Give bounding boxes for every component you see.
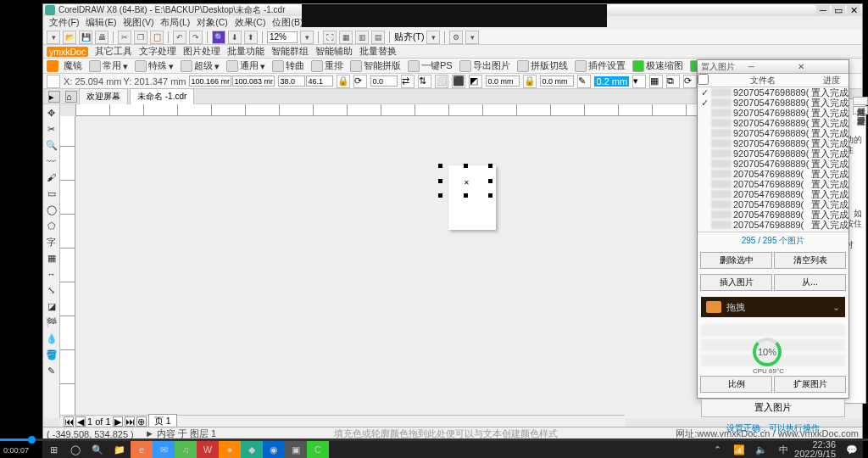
home-icon[interactable]: ⌂ xyxy=(65,91,77,103)
tray-up-icon[interactable]: ⌃ xyxy=(706,441,728,458)
menu-file[interactable]: 文件(F) xyxy=(47,17,81,29)
outline-tool[interactable]: ✎ xyxy=(45,364,58,377)
corner3-button[interactable]: ◩ xyxy=(469,75,482,88)
polygon-tool[interactable]: ⬠ xyxy=(45,219,58,232)
yijianps-button[interactable]: 一键PS xyxy=(406,59,454,72)
task-4[interactable]: W xyxy=(197,441,219,458)
cutline-button[interactable]: 拼版切线 xyxy=(515,59,570,72)
menu-effect[interactable]: 效果(C) xyxy=(232,17,269,29)
dimension-tool[interactable]: ↔ xyxy=(45,267,58,281)
lock-ratio-button[interactable]: 🔒 xyxy=(337,75,350,88)
tab-welcome[interactable]: 欢迎屏幕 xyxy=(79,88,128,104)
select-all-checkbox[interactable] xyxy=(698,74,709,85)
corner-lock[interactable]: 🔒 xyxy=(523,75,537,88)
import-button[interactable]: ⬇ xyxy=(228,31,242,44)
undo-button[interactable]: ↶ xyxy=(173,31,186,44)
zoom-input[interactable] xyxy=(267,31,298,43)
shape-tool[interactable]: ✥ xyxy=(45,106,58,120)
page-next[interactable]: ▶ xyxy=(113,416,123,427)
table-tool[interactable]: ▦ xyxy=(45,251,58,265)
maximize-button[interactable]: ▭ xyxy=(832,5,845,15)
snap-label[interactable]: 贴齐(T) xyxy=(394,31,424,43)
height-input[interactable] xyxy=(232,75,275,87)
thumb-button[interactable]: 极速缩图 xyxy=(631,59,685,72)
export-button[interactable]: ⬆ xyxy=(244,31,258,44)
clear-list-button[interactable]: 清空列表 xyxy=(774,252,846,269)
menu-object[interactable]: 对象(C) xyxy=(194,17,231,29)
teshu-button[interactable]: 特殊▾ xyxy=(133,59,175,72)
menu-bitmap[interactable]: 位图(B) xyxy=(270,17,305,29)
video-seekbar[interactable] xyxy=(0,438,868,441)
ellipse-tool[interactable]: ◯ xyxy=(45,203,58,216)
copy-button[interactable]: ❐ xyxy=(134,31,147,44)
panel-close-button[interactable]: ✕ xyxy=(798,62,845,71)
task-8[interactable]: ▣ xyxy=(285,441,307,458)
corner1-button[interactable]: ⬜ xyxy=(435,75,448,88)
plugin-batch[interactable]: 批量功能 xyxy=(227,46,264,58)
zoom-drop[interactable]: ▾ xyxy=(300,31,314,44)
notif-button[interactable]: 💬 xyxy=(841,441,863,458)
plugin-set-button[interactable]: 插件设置 xyxy=(573,59,627,72)
mirror-v-button[interactable]: ⇅ xyxy=(418,75,431,88)
convert-button[interactable]: ⟳ xyxy=(683,75,697,88)
fill-tool[interactable]: 🪣 xyxy=(45,348,58,361)
outline-width[interactable]: 0.2 mm xyxy=(594,76,629,87)
width-input[interactable] xyxy=(189,75,231,87)
ratio-button[interactable]: 比例 xyxy=(700,376,772,393)
scaley-input[interactable] xyxy=(306,75,333,87)
menu-view[interactable]: 视图(V) xyxy=(120,17,156,29)
menu-layout[interactable]: 布局(L) xyxy=(158,17,192,29)
tray-ime-icon[interactable]: 中 xyxy=(772,441,794,458)
plugin-replace[interactable]: 批量替换 xyxy=(359,46,397,58)
plugin-other[interactable]: 其它工具 xyxy=(95,46,132,58)
grid-button[interactable]: ▦ xyxy=(339,31,353,44)
delete-selected-button[interactable]: 删除选中 xyxy=(700,252,772,269)
connector-tool[interactable]: ⤡ xyxy=(45,283,58,297)
page-prev[interactable]: ◀ xyxy=(75,416,86,427)
selection-handles[interactable]: ✕ xyxy=(440,165,491,196)
task-7[interactable]: ◉ xyxy=(263,441,285,458)
panel-min-button[interactable]: ─ xyxy=(748,62,796,71)
insert-image-button[interactable]: 插入图片 xyxy=(700,274,772,291)
chaoji-button[interactable]: 超级▾ xyxy=(179,59,221,72)
folder-drop[interactable]: 拖拽 ⌄ xyxy=(701,297,845,317)
docker-tab-2[interactable]: 对象管理器 xyxy=(853,106,868,114)
text-tool[interactable]: 字 xyxy=(45,235,58,249)
task-6[interactable]: ◆ xyxy=(241,441,263,458)
crop-tool[interactable]: ✂ xyxy=(45,122,58,136)
print-button[interactable]: 🖶 xyxy=(95,31,108,44)
paste-button[interactable]: 📋 xyxy=(150,31,164,44)
docker-tab-1[interactable]: 对象属性 xyxy=(853,97,868,105)
plugin-assist[interactable]: 智能辅助 xyxy=(315,46,353,58)
close-button[interactable]: ✕ xyxy=(847,5,860,15)
task-folder[interactable]: 📁 xyxy=(108,441,131,458)
plugin-group[interactable]: 智能群组 xyxy=(271,46,309,58)
tray-vol-icon[interactable]: 🔈 xyxy=(750,441,772,458)
cut-button[interactable]: ✂ xyxy=(118,31,131,44)
minimize-button[interactable]: ─ xyxy=(816,5,830,15)
chongpai-button[interactable]: 重排 xyxy=(309,59,345,72)
corner-tr[interactable] xyxy=(540,75,574,87)
page-last[interactable]: ⏭ xyxy=(125,416,135,427)
tongyong-button[interactable]: 通用▾ xyxy=(225,59,267,72)
seek-knob[interactable] xyxy=(28,436,36,444)
ruler-vertical[interactable] xyxy=(60,116,75,418)
task-search[interactable]: 🔍 xyxy=(86,441,108,458)
transparency-tool[interactable]: 🏁 xyxy=(45,316,58,329)
redo-button[interactable]: ↷ xyxy=(189,31,203,44)
task-1[interactable]: e xyxy=(131,441,153,458)
fullscreen-button[interactable]: ⛶ xyxy=(323,31,337,44)
guides-button[interactable]: ▥ xyxy=(355,31,369,44)
corner2-button[interactable]: ⬛ xyxy=(452,75,465,88)
snap-drop[interactable]: ▾ xyxy=(426,31,440,44)
place-button[interactable]: 置入图片 xyxy=(701,399,845,417)
freehand-tool[interactable]: 〰 xyxy=(45,154,58,168)
page-first[interactable]: ⏮ xyxy=(64,416,74,427)
scalex-input[interactable] xyxy=(278,75,305,87)
wrap-button[interactable]: ▦ xyxy=(649,75,663,88)
export-img-button[interactable]: 导出图片 xyxy=(458,59,512,72)
from-button[interactable]: 从... xyxy=(774,274,846,291)
plugin-text[interactable]: 文字处理 xyxy=(139,46,176,58)
corner-tl[interactable] xyxy=(486,75,520,87)
zoom-tool[interactable]: 🔍 xyxy=(45,138,58,152)
